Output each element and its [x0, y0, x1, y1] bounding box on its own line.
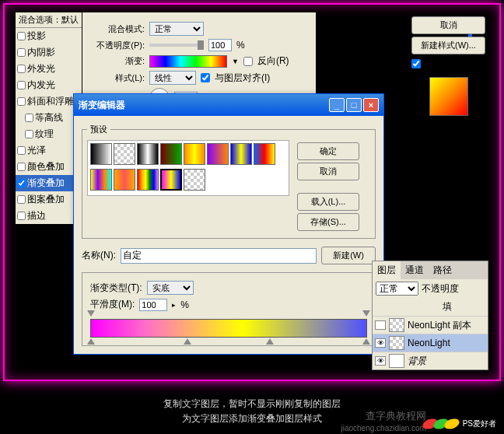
gradient-label: 渐变:: [90, 55, 145, 67]
opacity-input[interactable]: [208, 39, 232, 51]
check-color-overlay[interactable]: [17, 163, 26, 171]
smoothness-input[interactable]: [139, 299, 167, 311]
dialog-right-buttons: 取消 新建样式(W)... 预览(V): [411, 14, 485, 121]
blend-mode-label: 混合模式:: [90, 23, 145, 35]
watermark-url: jiaocheng.chazidian.com: [341, 424, 426, 432]
preset-swatch[interactable]: [114, 143, 135, 165]
preset-swatch[interactable]: [230, 143, 252, 165]
cancel-button-2[interactable]: 取消: [297, 163, 359, 180]
gradient-type-select[interactable]: 实底: [147, 281, 194, 295]
check-outer-glow[interactable]: [17, 65, 26, 73]
gradient-type-label: 渐变类型(T):: [90, 282, 142, 295]
layer-row[interactable]: NeonLight 副本: [373, 316, 488, 334]
preset-swatch[interactable]: [254, 143, 275, 165]
check-pattern-overlay[interactable]: [17, 195, 26, 204]
gradient-preview-bar[interactable]: [149, 55, 227, 68]
dialog-titlebar[interactable]: 渐变编辑器 _ □ ×: [74, 94, 383, 116]
blend-item-gradient-overlay[interactable]: 渐变叠加: [16, 175, 82, 191]
layer-row[interactable]: 👁 背景: [373, 352, 488, 369]
new-style-button[interactable]: 新建样式(W)...: [411, 37, 485, 54]
preset-swatch[interactable]: [137, 169, 159, 191]
name-label: 名称(N):: [82, 249, 116, 262]
check-contour[interactable]: [25, 114, 33, 122]
minimize-icon[interactable]: _: [329, 98, 345, 112]
preset-swatch[interactable]: [114, 169, 135, 191]
check-satin[interactable]: [17, 146, 26, 155]
tab-paths[interactable]: 路径: [429, 261, 457, 279]
layer-blend-select[interactable]: 正常: [376, 282, 418, 296]
preset-swatch-grid[interactable]: [87, 140, 289, 196]
preset-swatch[interactable]: [90, 169, 112, 191]
check-inner-shadow[interactable]: [17, 48, 26, 57]
blend-item-color-overlay[interactable]: 颜色叠加: [16, 159, 82, 175]
layer-name: NeonLight 副本: [408, 319, 471, 332]
preset-swatch-selected[interactable]: [160, 169, 182, 191]
preset-swatch[interactable]: [207, 143, 229, 165]
style-preview-swatch: [429, 77, 468, 116]
opacity-stop[interactable]: [87, 310, 95, 318]
blend-item-bevel[interactable]: 斜面和浮雕: [16, 93, 82, 110]
layer-name: 背景: [408, 355, 426, 368]
site-logo: PS爱好者: [422, 418, 496, 429]
layer-row[interactable]: 👁 NeonLight: [373, 334, 488, 352]
load-button[interactable]: 载入(L)...: [297, 193, 359, 211]
gradient-editor-dialog: 渐变编辑器 _ □ × 预设 确定: [73, 93, 384, 355]
preset-swatch[interactable]: [184, 143, 205, 165]
gradient-edit-fieldset: 渐变类型(T):实底 平滑度(M):▸%: [82, 272, 376, 346]
layer-thumb: [389, 354, 404, 368]
dialog-title: 渐变编辑器: [79, 99, 125, 112]
smoothness-label: 平滑度(M):: [90, 298, 135, 311]
blend-item-inner-shadow[interactable]: 内阴影: [16, 44, 82, 61]
preview-checkbox[interactable]: [411, 59, 421, 68]
check-bevel[interactable]: [17, 97, 26, 106]
blend-item-stroke[interactable]: 描边: [16, 208, 82, 224]
gradient-ramp[interactable]: [90, 319, 367, 338]
blend-item-outer-glow[interactable]: 外发光: [16, 61, 82, 77]
preset-swatch[interactable]: [184, 169, 205, 191]
align-checkbox[interactable]: [201, 73, 210, 82]
blend-panel-header: 混合选项：默认: [16, 12, 82, 28]
blend-mode-select[interactable]: 正常: [149, 22, 204, 36]
blend-item-texture[interactable]: 纹理: [16, 126, 82, 142]
color-stop[interactable]: [266, 338, 274, 346]
visibility-icon[interactable]: 👁: [375, 338, 386, 348]
blend-item-drop-shadow[interactable]: 投影: [16, 28, 82, 44]
preset-swatch[interactable]: [90, 143, 112, 165]
color-stop[interactable]: [362, 338, 370, 346]
presets-label: 预设: [87, 124, 110, 135]
blend-item-inner-glow[interactable]: 内发光: [16, 77, 82, 93]
preset-swatch[interactable]: [137, 143, 159, 165]
layer-thumb: [389, 318, 404, 332]
layers-panel: 图层 通道 路径 正常 不透明度 填 NeonLight 副本 👁 NeonLi…: [372, 261, 488, 370]
opacity-stop[interactable]: [362, 310, 370, 318]
layer-name: NeonLight: [408, 338, 450, 348]
blend-item-satin[interactable]: 光泽: [16, 142, 82, 159]
close-icon[interactable]: ×: [363, 98, 379, 112]
blend-item-contour[interactable]: 等高线: [16, 110, 82, 126]
check-stroke[interactable]: [17, 212, 26, 220]
check-texture[interactable]: [25, 130, 33, 138]
save-button[interactable]: 存储(S)...: [297, 213, 359, 231]
blend-item-pattern-overlay[interactable]: 图案叠加: [16, 191, 82, 208]
maximize-icon[interactable]: □: [346, 98, 362, 112]
cancel-button[interactable]: 取消: [411, 16, 485, 34]
visibility-icon[interactable]: 👁: [375, 356, 386, 366]
watermark: 查字典教程网: [366, 409, 426, 423]
reverse-checkbox[interactable]: [243, 57, 253, 66]
visibility-icon[interactable]: [375, 320, 386, 330]
new-button[interactable]: 新建(W): [321, 247, 376, 264]
layer-thumb: [389, 336, 404, 350]
preset-swatch[interactable]: [160, 143, 182, 165]
ok-button[interactable]: 确定: [297, 142, 359, 160]
color-stop[interactable]: [87, 338, 95, 346]
style-label: 样式(L):: [90, 72, 145, 84]
tab-channels[interactable]: 通道: [401, 261, 429, 279]
style-select[interactable]: 线性: [149, 71, 196, 85]
check-drop-shadow[interactable]: [17, 32, 26, 40]
check-inner-glow[interactable]: [17, 81, 26, 89]
tab-layers[interactable]: 图层: [373, 261, 401, 279]
presets-fieldset: 预设 确定 取消 载入(L)... 存储(S)...: [82, 124, 376, 239]
check-gradient-overlay[interactable]: [17, 179, 26, 187]
name-input[interactable]: [121, 248, 317, 264]
color-stop[interactable]: [184, 338, 191, 346]
